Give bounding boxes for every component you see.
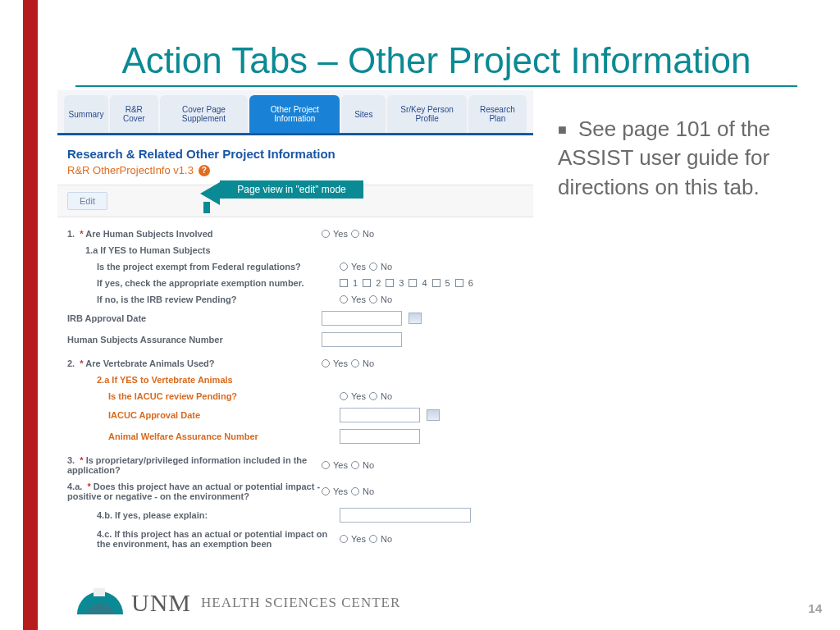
q4c-yesno: Yes No: [340, 534, 392, 544]
q4a-no-radio[interactable]: [351, 487, 359, 495]
q1a3-yes-radio[interactable]: [340, 295, 348, 304]
q1-yes-radio[interactable]: [322, 230, 330, 238]
q3-yesno: Yes No: [322, 460, 374, 470]
brand-unm: UNM: [131, 589, 191, 617]
awan-input[interactable]: [340, 429, 420, 444]
q1a3-no-radio[interactable]: [369, 295, 377, 304]
unm-logo-icon: [77, 591, 123, 614]
q2a1-no-radio[interactable]: [369, 392, 377, 400]
q2-yesno: Yes No: [322, 358, 374, 368]
callout-stem: [203, 202, 210, 213]
tab-research-plan[interactable]: Research Plan: [468, 95, 527, 133]
q1a1-yesno: Yes No: [340, 262, 392, 272]
q2a2-label: IACUC Approval Date: [85, 410, 340, 420]
brand-hsc: HEALTH SCIENCES CENTER: [201, 595, 400, 611]
title-underline: [75, 85, 797, 87]
q3-no-radio[interactable]: [351, 461, 359, 469]
q1a1-label: Is the project exempt from Federal regul…: [85, 262, 340, 272]
callout-arrow: Page view in "edit" mode: [220, 180, 363, 199]
tab-summary[interactable]: Summary: [64, 95, 108, 133]
q3-yes-radio[interactable]: [322, 461, 330, 469]
exempt-1-check[interactable]: [340, 279, 348, 287]
form-body: 1. * Are Human Subjects Involved Yes No …: [57, 217, 533, 560]
hsan-input[interactable]: [322, 332, 402, 347]
hsan-label: Human Subjects Assurance Number: [67, 335, 322, 345]
tab-cover-page-supplement[interactable]: Cover Page Supplement: [160, 95, 249, 133]
q1-label: 1. * Are Human Subjects Involved: [67, 229, 322, 239]
q2-label: 2. * Are Vertebrate Animals Used?: [67, 358, 322, 368]
tab-bar: Summary R&R Cover Cover Page Supplement …: [57, 90, 533, 133]
exemption-checks: 1 2 3 4 5 6: [340, 278, 473, 288]
q1-no-radio[interactable]: [351, 230, 359, 238]
edit-button[interactable]: Edit: [67, 192, 107, 210]
q1a3-yesno: Yes No: [340, 294, 392, 304]
tab-other-project-information[interactable]: Other Project Information: [249, 95, 340, 133]
q4c-no-radio[interactable]: [369, 535, 377, 543]
q4a-yesno: Yes No: [322, 486, 374, 496]
slide-title: Action Tabs – Other Project Information: [57, 41, 815, 85]
iacuc-date-input[interactable]: [340, 408, 420, 422]
q2-yes-radio[interactable]: [322, 359, 330, 368]
tab-sites[interactable]: Sites: [341, 95, 386, 133]
q2-no-radio[interactable]: [351, 359, 359, 368]
section-version: R&R OtherProjectInfo v1.3: [67, 164, 194, 176]
edit-toolbar: Edit Page view in "edit" mode: [57, 185, 533, 217]
slide-accent-bar: [23, 0, 38, 630]
q4b-input[interactable]: [340, 508, 471, 523]
q2a1-label: Is the IACUC review Pending?: [85, 391, 340, 401]
q4b-label: 4.b. If yes, please explain:: [85, 510, 340, 520]
q4c-label: 4.c. If this project has an actual or po…: [85, 529, 340, 549]
irb-date-input[interactable]: [322, 311, 402, 326]
q2a-label: 2.a If YES to Vertebrate Animals: [85, 375, 340, 385]
bullet-1: See page 101 of the ASSIST user guide fo…: [558, 115, 807, 201]
q1a3-label: If no, is the IRB review Pending?: [85, 294, 340, 304]
q1a2-label: If yes, check the appropriate exemption …: [85, 278, 340, 288]
q4a-yes-radio[interactable]: [322, 487, 330, 495]
exempt-5-check[interactable]: [432, 279, 441, 287]
exempt-3-check[interactable]: [386, 279, 394, 287]
tab-sr-key-person-profile[interactable]: Sr/Key Person Profile: [387, 95, 466, 133]
help-icon[interactable]: ?: [199, 165, 210, 176]
exempt-6-check[interactable]: [455, 279, 463, 287]
q2a3-label: Animal Welfare Assurance Number: [85, 431, 340, 441]
q4c-yes-radio[interactable]: [340, 535, 348, 543]
exempt-4-check[interactable]: [409, 279, 417, 287]
calendar-icon[interactable]: [409, 313, 422, 324]
tab-rr-cover[interactable]: R&R Cover: [110, 95, 158, 133]
exempt-2-check[interactable]: [363, 279, 371, 287]
slide-notes: See page 101 of the ASSIST user guide fo…: [533, 90, 815, 560]
q4a-label: 4.a. * Does this project have an actual …: [67, 482, 322, 501]
page-number: 14: [808, 601, 822, 615]
screenshot-panel: Summary R&R Cover Cover Page Supplement …: [57, 90, 533, 560]
q2a1-yesno: Yes No: [340, 391, 392, 401]
q1a1-yes-radio[interactable]: [340, 262, 348, 271]
footer-brand: UNM HEALTH SCIENCES CENTER: [77, 589, 815, 617]
callout-text: Page view in "edit" mode: [220, 180, 363, 199]
q1a-label: 1.a If YES to Human Subjects: [85, 245, 340, 255]
calendar-icon[interactable]: [427, 409, 440, 421]
q1a1-no-radio[interactable]: [369, 262, 377, 271]
section-heading: Research & Related Other Project Informa…: [57, 135, 533, 162]
q2a1-yes-radio[interactable]: [340, 392, 348, 400]
q3-label: 3. * Is proprietary/privileged informati…: [67, 455, 322, 475]
q1-yesno: Yes No: [322, 229, 374, 239]
irb-date-label: IRB Approval Date: [67, 313, 322, 323]
